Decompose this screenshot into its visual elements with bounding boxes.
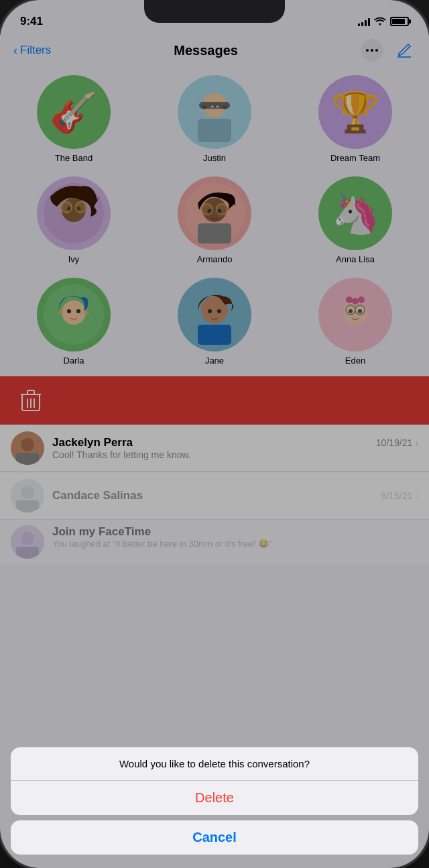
alert-card: Would you like to delete this conversati…	[11, 747, 418, 815]
phone-frame: 9:41	[0, 0, 429, 868]
cancel-card: Cancel	[11, 820, 418, 855]
cancel-button[interactable]: Cancel	[11, 820, 418, 855]
notch	[144, 0, 285, 23]
alert-overlay: Would you like to delete this conversati…	[0, 0, 429, 868]
alert-message: Would you like to delete this conversati…	[11, 747, 418, 781]
phone-screen: 9:41	[0, 0, 429, 868]
delete-button[interactable]: Delete	[11, 781, 418, 815]
